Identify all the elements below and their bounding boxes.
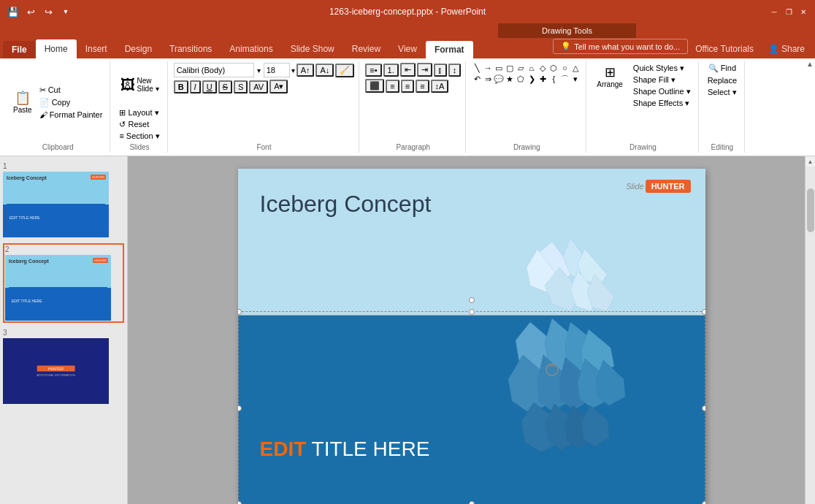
shape-arrow2[interactable]: ⇒ (483, 74, 493, 84)
slide-thumbnail-2[interactable]: Iceberg Concept EDIT TITLE HERE HUNTER (5, 255, 111, 321)
shape-rounded-rect[interactable]: ▢ (505, 63, 515, 73)
drawing-label: Drawing (513, 142, 540, 151)
justify-button[interactable]: ≡ (416, 80, 429, 93)
section-button[interactable]: ≡ Section ▾ (116, 131, 162, 142)
numbering-button[interactable]: 1. (383, 64, 399, 77)
tab-view[interactable]: View (389, 39, 426, 58)
slide-thumbnail-3[interactable]: HUNTER ADDITIONAL INFORMATION (3, 338, 109, 404)
lightbulb-icon: 💡 (561, 42, 571, 51)
title-bar: 💾 ↩ ↪ ▼ 1263-iceberg-concept.pptx - Powe… (0, 0, 815, 23)
font-size-input[interactable] (264, 63, 290, 77)
tab-home[interactable]: Home (36, 39, 77, 58)
tab-review[interactable]: Review (343, 39, 389, 58)
tab-insert[interactable]: Insert (77, 39, 116, 58)
arrange-button[interactable]: ⊞ Arrange (592, 63, 627, 109)
share-button[interactable]: 👤 Share (761, 39, 812, 58)
save-button[interactable]: 💾 (6, 4, 20, 19)
slides-label: Slides (129, 142, 149, 151)
minimize-button[interactable]: ─ (768, 6, 780, 18)
tab-slideshow[interactable]: Slide Show (282, 39, 343, 58)
line-spacing-button[interactable]: ↕ (448, 64, 462, 77)
shape-circle[interactable]: ○ (559, 63, 570, 73)
align-center-button[interactable]: ≡ (386, 80, 399, 93)
shape-diamond[interactable]: ◇ (537, 63, 548, 73)
scroll-up-button[interactable]: ▲ (806, 156, 816, 167)
layout-button[interactable]: ⊞ Layout ▾ (116, 107, 161, 118)
slide-thumb-3[interactable]: 3 HUNTER ADDITIONAL INFORMATION (3, 329, 124, 404)
decrease-font-button[interactable]: A↓ (315, 64, 334, 77)
shape-parallelogram[interactable]: ▱ (516, 63, 526, 73)
canvas-area: Iceberg Concept Slide HUNTER (128, 156, 815, 504)
customize-qat-button[interactable]: ▼ (58, 4, 73, 19)
shape-arrow[interactable]: → (483, 63, 493, 73)
shape-triangle[interactable]: △ (570, 63, 581, 73)
reset-button[interactable]: ↺ Reset (116, 119, 152, 130)
tab-transitions[interactable]: Transitions (161, 39, 221, 58)
slide-canvas[interactable]: Iceberg Concept Slide HUNTER (238, 169, 705, 504)
italic-button[interactable]: I (190, 80, 201, 93)
decrease-indent-button[interactable]: ⇤ (400, 63, 416, 77)
font-group: ▾ ▾ A↑ A↓ 🧹 B I U S S AV A▾ Font (169, 61, 360, 153)
scroll-thumb[interactable] (807, 188, 814, 232)
close-button[interactable]: ✕ (797, 6, 809, 18)
shape-effects-button[interactable]: Shape Effects ▾ (630, 98, 694, 109)
cut-button[interactable]: ✂ Cut (37, 85, 106, 96)
shape-rect[interactable]: ▭ (494, 63, 504, 73)
shape-pentagon[interactable]: ⬠ (516, 74, 526, 84)
font-name-input[interactable] (174, 63, 254, 77)
tab-file[interactable]: File (3, 41, 36, 58)
char-spacing-button[interactable]: AV (249, 80, 268, 93)
shape-trapezoid[interactable]: ⏢ (527, 63, 537, 73)
columns-button[interactable]: ⫿ (434, 64, 447, 77)
window-controls: ─ ❐ ✕ (768, 6, 809, 18)
paragraph-label: Paragraph (396, 142, 430, 151)
align-left-button[interactable]: ⬛ (365, 79, 384, 93)
shape-chevron[interactable]: ❯ (527, 74, 537, 84)
increase-indent-button[interactable]: ⇥ (417, 63, 432, 77)
shape-outline-button[interactable]: Shape Outline ▾ (630, 86, 694, 97)
tab-animations[interactable]: Animations (221, 39, 281, 58)
shape-callout[interactable]: 💬 (494, 74, 504, 84)
slide-thumb-2[interactable]: 2 Iceberg Concept EDIT TITLE HERE HUNTER (3, 243, 124, 323)
tell-me-input[interactable]: 💡 Tell me what you want to do... (553, 39, 688, 54)
replace-button[interactable]: Replace (705, 75, 740, 85)
quick-styles-button[interactable]: Quick Styles ▾ (630, 63, 694, 74)
copy-button[interactable]: 📄 Copy (37, 97, 106, 108)
scroll-track[interactable] (806, 167, 815, 504)
restore-button[interactable]: ❐ (783, 6, 795, 18)
shape-brace[interactable]: { (548, 74, 559, 84)
slide-hunter-logo: Slide HUNTER (626, 180, 690, 193)
tab-format[interactable]: Format (426, 41, 473, 58)
redo-button[interactable]: ↪ (41, 4, 56, 19)
find-button[interactable]: 🔍 Find (705, 63, 739, 74)
shape-hexagon[interactable]: ⬡ (548, 63, 559, 73)
tab-design[interactable]: Design (116, 39, 161, 58)
shape-arc[interactable]: ⌒ (559, 74, 570, 84)
shape-curved-arrow[interactable]: ↶ (472, 74, 482, 84)
shape-star[interactable]: ★ (505, 74, 515, 84)
shape-line[interactable]: ╲ (472, 63, 482, 73)
shape-cross[interactable]: ✚ (537, 74, 548, 84)
select-button[interactable]: Select ▾ (705, 87, 740, 98)
underline-button[interactable]: U (202, 80, 217, 93)
paste-button[interactable]: 📋 Paste (10, 80, 35, 124)
clear-formatting-button[interactable]: 🧹 (335, 64, 354, 77)
drawing-group: ╲ → ▭ ▢ ▱ ⏢ ◇ ⬡ ○ △ ↶ ⇒ 💬 ★ ⬠ ❯ (467, 61, 586, 153)
office-tutorials-tab[interactable]: Office Tutorials (688, 39, 761, 58)
strikethrough-button[interactable]: S (218, 80, 232, 93)
shadow-button[interactable]: S (234, 80, 248, 93)
font-color-button[interactable]: A▾ (269, 80, 288, 93)
format-painter-button[interactable]: 🖌 Format Painter (37, 110, 106, 120)
slide-thumb-1[interactable]: 1 Iceberg Concept EDIT TITLE HERE HUNTER (3, 162, 124, 237)
shape-fill-button[interactable]: Shape Fill ▾ (630, 75, 694, 85)
bold-button[interactable]: B (174, 80, 188, 93)
new-slide-button[interactable]: 🖼 NewSlide ▾ (116, 63, 162, 107)
undo-button[interactable]: ↩ (23, 4, 38, 19)
align-right-button[interactable]: ≡ (401, 80, 414, 93)
shape-more[interactable]: ▾ (570, 74, 581, 84)
bullets-button[interactable]: ≡• (365, 64, 381, 77)
slide-thumbnail-1[interactable]: Iceberg Concept EDIT TITLE HERE HUNTER (3, 172, 109, 237)
ribbon-collapse-button[interactable]: ▲ (806, 60, 814, 68)
text-direction-button[interactable]: ↕A (431, 80, 449, 93)
increase-font-button[interactable]: A↑ (296, 64, 315, 77)
